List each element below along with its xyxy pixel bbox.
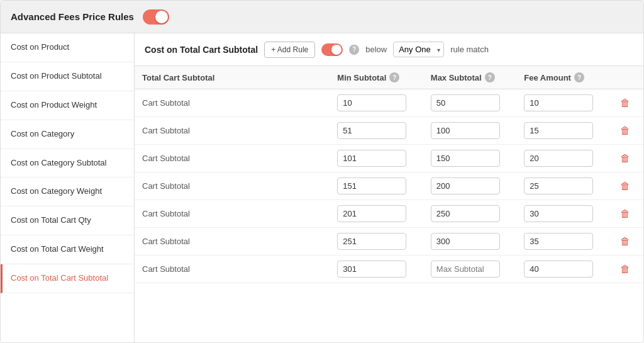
sidebar-item-cost-on-category-subtotal[interactable]: Cost on Category Subtotal (1, 149, 134, 178)
fee-input[interactable] (524, 122, 593, 139)
table-row: Cart Subtotal🗑 (135, 89, 643, 117)
table-row: Cart Subtotal🗑 (135, 172, 643, 200)
rule-match-text: rule match (450, 45, 489, 54)
row-label: Cart Subtotal (135, 228, 330, 256)
rules-tbody: Cart Subtotal🗑Cart Subtotal🗑Cart Subtota… (135, 89, 643, 283)
row-action: 🗑 (610, 256, 643, 283)
delete-row-button[interactable]: 🗑 (618, 150, 633, 167)
sub-header-title: Cost on Total Cart Subtotal (145, 45, 258, 55)
fee-input[interactable] (524, 177, 593, 194)
min-input[interactable] (337, 177, 406, 194)
row-max (423, 228, 517, 256)
body-layout: Cost on ProductCost on Product SubtotalC… (1, 33, 643, 342)
row-label: Cart Subtotal (135, 89, 330, 117)
row-label: Cart Subtotal (135, 145, 330, 172)
row-max (423, 172, 517, 200)
below-text: below (365, 45, 387, 54)
row-min (330, 145, 423, 172)
row-max (423, 145, 517, 172)
row-label: Cart Subtotal (135, 117, 330, 145)
any-one-select[interactable]: Any One All (393, 42, 444, 57)
sidebar-item-cost-on-total-cart-weight[interactable]: Cost on Total Cart Weight (1, 235, 134, 264)
col-header-max: Max Subtotal ? (423, 66, 517, 89)
max-input[interactable] (431, 177, 500, 194)
table-row: Cart Subtotal🗑 (135, 145, 643, 172)
row-min (330, 117, 423, 145)
fee-help-icon: ? (574, 72, 584, 82)
delete-row-button[interactable]: 🗑 (618, 233, 633, 250)
row-label: Cart Subtotal (135, 172, 330, 200)
min-input[interactable] (337, 261, 406, 278)
page-title: Advanced Fees Price Rules (11, 11, 134, 22)
delete-row-button[interactable]: 🗑 (618, 95, 633, 111)
sidebar-item-cost-on-product-weight[interactable]: Cost on Product Weight (1, 91, 134, 120)
row-fee (516, 89, 610, 117)
table-row: Cart Subtotal🗑 (135, 200, 643, 228)
sidebar-item-cost-on-category[interactable]: Cost on Category (1, 120, 134, 149)
sidebar-item-cost-on-total-cart-subtotal[interactable]: Cost on Total Cart Subtotal (1, 264, 134, 293)
row-action: 🗑 (610, 89, 643, 117)
table-row: Cart Subtotal🗑 (135, 228, 643, 256)
row-action: 🗑 (610, 172, 643, 200)
row-min (330, 228, 423, 256)
sidebar-item-cost-on-total-cart-qty[interactable]: Cost on Total Cart Qty (1, 206, 134, 235)
header: Advanced Fees Price Rules (1, 1, 643, 33)
delete-row-button[interactable]: 🗑 (618, 123, 633, 139)
delete-row-button[interactable]: 🗑 (618, 178, 633, 194)
max-input[interactable] (431, 261, 500, 278)
min-help-icon: ? (389, 72, 399, 82)
fee-input[interactable] (524, 150, 593, 167)
row-max (423, 256, 517, 283)
max-input[interactable] (431, 122, 500, 139)
col-header-fee: Fee Amount ? (516, 66, 610, 89)
row-fee (516, 117, 610, 145)
toggle-help-icon: ? (349, 45, 359, 55)
row-min (330, 89, 423, 117)
row-min (330, 256, 423, 283)
row-action: 🗑 (610, 228, 643, 256)
delete-row-button[interactable]: 🗑 (618, 206, 633, 222)
any-one-select-wrapper[interactable]: Any One All (393, 42, 444, 57)
sidebar-item-cost-on-product-subtotal[interactable]: Cost on Product Subtotal (1, 62, 134, 91)
fee-input[interactable] (524, 94, 593, 111)
row-action: 🗑 (610, 200, 643, 228)
table-row: Cart Subtotal🗑 (135, 117, 643, 145)
min-input[interactable] (337, 94, 406, 111)
delete-row-button[interactable]: 🗑 (618, 261, 633, 278)
min-input[interactable] (337, 205, 406, 222)
main-toggle[interactable] (143, 9, 169, 25)
rule-toggle[interactable] (321, 43, 343, 56)
row-fee (516, 145, 610, 172)
fee-input[interactable] (524, 205, 593, 222)
min-input[interactable] (337, 233, 406, 250)
fee-input[interactable] (524, 233, 593, 250)
main-content: Cost on Total Cart Subtotal + Add Rule ?… (135, 33, 643, 342)
min-input[interactable] (337, 122, 406, 139)
row-max (423, 89, 517, 117)
col-header-min: Min Subtotal ? (330, 66, 423, 89)
min-input[interactable] (337, 150, 406, 167)
table-area: Total Cart Subtotal Min Subtotal ? (135, 66, 643, 342)
add-rule-button[interactable]: + Add Rule (264, 42, 315, 58)
fee-input[interactable] (524, 261, 593, 278)
max-input[interactable] (431, 94, 500, 111)
max-input[interactable] (431, 205, 500, 222)
sidebar: Cost on ProductCost on Product SubtotalC… (1, 33, 135, 342)
sidebar-item-cost-on-category-weight[interactable]: Cost on Category Weight (1, 177, 134, 206)
col-header-action (610, 66, 643, 89)
rules-table: Total Cart Subtotal Min Subtotal ? (135, 66, 643, 283)
max-help-icon: ? (485, 72, 495, 82)
max-input[interactable] (431, 150, 500, 167)
row-min (330, 200, 423, 228)
row-max (423, 117, 517, 145)
row-fee (516, 200, 610, 228)
table-row: Cart Subtotal🗑 (135, 256, 643, 283)
row-max (423, 200, 517, 228)
max-input[interactable] (431, 233, 500, 250)
row-label: Cart Subtotal (135, 256, 330, 283)
table-header-row: Total Cart Subtotal Min Subtotal ? (135, 66, 643, 89)
col-header-label: Total Cart Subtotal (135, 66, 330, 89)
row-action: 🗑 (610, 117, 643, 145)
row-action: 🗑 (610, 145, 643, 172)
sidebar-item-cost-on-product[interactable]: Cost on Product (1, 33, 134, 62)
